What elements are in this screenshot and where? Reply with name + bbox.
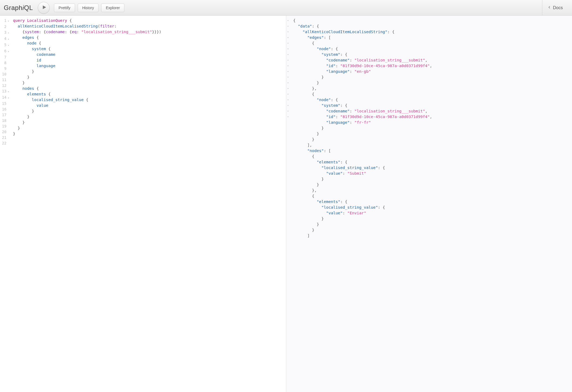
fold-marker[interactable]: ▾	[286, 97, 290, 103]
line-number: 10	[0, 71, 9, 77]
chevron-left-icon	[548, 5, 553, 11]
line-number: 3▾	[0, 30, 9, 36]
line-number: 22	[0, 140, 9, 146]
line-number: 9	[0, 66, 9, 71]
execute-button[interactable]	[38, 2, 50, 14]
editor-gutter: 1▾23▾4▾5▾6▾78910111213▾14▾15161718192021…	[0, 16, 11, 392]
toolbar: GraphiQL Prettify History Explorer Docs	[0, 0, 572, 16]
result-viewer[interactable]: { "data": { "allKenticoCloudItemLocalise…	[291, 16, 572, 392]
line-number: 1▾	[0, 18, 9, 24]
line-number: 2	[0, 24, 9, 30]
line-number: 12	[0, 83, 9, 88]
fold-marker[interactable]: ▾	[286, 103, 290, 108]
line-number: 15	[0, 101, 9, 106]
fold-marker[interactable]: ▾	[286, 114, 290, 120]
line-number: 8	[0, 60, 9, 66]
line-number: 4▾	[0, 36, 9, 42]
docs-toggle[interactable]: Docs	[542, 0, 568, 15]
play-icon	[41, 5, 46, 11]
fold-marker[interactable]: ▾	[286, 46, 290, 52]
fold-marker[interactable]: ▾	[286, 23, 290, 29]
fold-marker[interactable]: ▾	[286, 108, 290, 114]
prettify-label: Prettify	[59, 6, 70, 10]
prettify-button[interactable]: Prettify	[54, 4, 75, 12]
workspace: 1▾23▾4▾5▾6▾78910111213▾14▾15161718192021…	[0, 16, 572, 392]
line-number: 14▾	[0, 95, 9, 101]
logo-text-1: Graph	[4, 4, 22, 11]
line-number: 17	[0, 112, 9, 118]
fold-marker[interactable]: ▾	[286, 91, 290, 97]
line-number: 11	[0, 77, 9, 83]
line-number: 19	[0, 123, 9, 129]
result-fold-gutter: ▾▾▾▾▾▾▾▾▾▾▾▾▾▾▾▾▾▾	[286, 16, 291, 392]
fold-marker[interactable]: ▾	[286, 63, 290, 69]
explorer-button[interactable]: Explorer	[101, 4, 124, 12]
result-pane: ▾▾▾▾▾▾▾▾▾▾▾▾▾▾▾▾▾▾ { "data": { "allKenti…	[286, 16, 572, 392]
fold-marker[interactable]: ▾	[286, 40, 290, 46]
fold-marker[interactable]: ▾	[286, 69, 290, 74]
docs-label: Docs	[553, 5, 563, 10]
history-label: History	[82, 6, 94, 10]
fold-marker[interactable]: ▾	[286, 74, 290, 80]
fold-marker[interactable]: ▾	[286, 57, 290, 63]
line-number: 20	[0, 129, 9, 135]
query-editor[interactable]: query LocalisationQuery { allKenticoClou…	[11, 16, 286, 392]
history-button[interactable]: History	[78, 4, 99, 12]
query-editor-pane: 1▾23▾4▾5▾6▾78910111213▾14▾15161718192021…	[0, 16, 286, 392]
app-logo: GraphiQL	[4, 4, 33, 12]
fold-marker[interactable]: ▾	[286, 86, 290, 91]
line-number: 7	[0, 54, 9, 60]
line-number: 13▾	[0, 88, 9, 95]
line-number: 21	[0, 135, 9, 140]
fold-marker[interactable]: ▾	[286, 80, 290, 86]
line-number: 18	[0, 118, 9, 123]
logo-text-2: QL	[24, 4, 33, 11]
fold-marker[interactable]: ▾	[286, 18, 290, 23]
line-number: 6▾	[0, 48, 9, 54]
line-number: 16	[0, 106, 9, 112]
fold-marker[interactable]: ▾	[286, 52, 290, 57]
line-number: 5▾	[0, 42, 9, 48]
fold-marker[interactable]: ▾	[286, 35, 290, 40]
fold-marker[interactable]: ▾	[286, 29, 290, 35]
explorer-label: Explorer	[106, 6, 120, 10]
